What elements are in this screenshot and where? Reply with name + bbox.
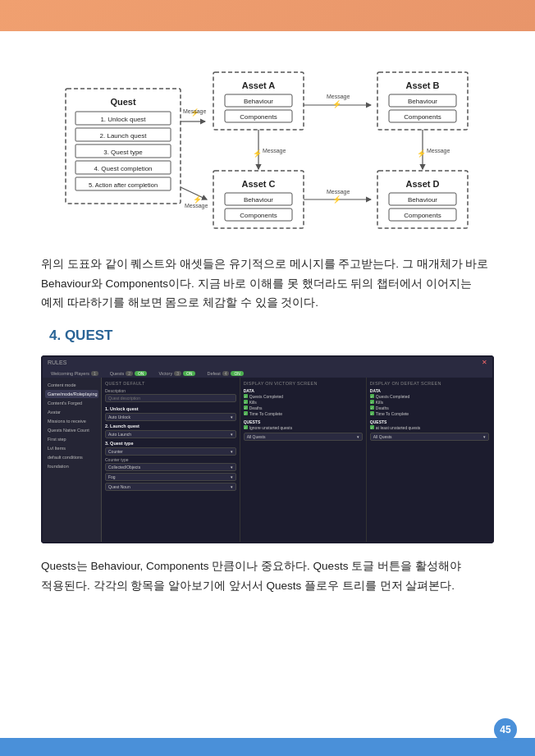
ss-d-label-1: Kills <box>376 400 383 405</box>
ss-d-checkbox-1[interactable]: ✓ <box>370 400 374 404</box>
ss-d-chevron: ▾ <box>483 434 486 439</box>
svg-text:Asset B: Asset B <box>406 80 440 90</box>
ss-tab-1-label: Quests <box>110 371 124 376</box>
ss-tab-0-num: 1 <box>91 371 98 376</box>
ss-sidebar-default-conditions[interactable]: default conditions <box>45 453 98 461</box>
content: Quest 1. Unlock quest 2. Launch quest 3.… <box>0 31 535 625</box>
ss-v-checkbox-3[interactable]: ✓ <box>244 411 248 415</box>
ss-tab-1-toggle[interactable]: ON <box>135 371 148 376</box>
ss-d-checkbox-unstarted[interactable]: ✓ <box>370 425 374 429</box>
ss-d-quests-dropdown[interactable]: All Quests ▾ <box>370 433 489 441</box>
svg-text:Behaviour: Behaviour <box>408 196 437 204</box>
ss-d-check-time: ✓ Time To Complete <box>370 411 489 416</box>
ss-quest-type-title: 3. Quest type <box>105 441 236 446</box>
svg-text:⚡: ⚡ <box>417 149 427 158</box>
ss-v-quests-val: All Quests <box>247 434 266 439</box>
ss-sidebar-content-mode[interactable]: Content mode <box>45 381 98 389</box>
ss-tab-3-num: 4 <box>222 371 230 376</box>
ss-col3-title: Display On Defeat Screen <box>370 381 489 386</box>
ss-launch-dropdown[interactable]: Auto Launch ▾ <box>105 430 236 438</box>
ss-sidebar-foundation[interactable]: foundation <box>45 462 98 470</box>
ss-quest-type-dropdown[interactable]: Counter ▾ <box>105 447 236 456</box>
ss-col2-quests-label: QUESTS <box>244 419 363 424</box>
screenshot-box: RULES ✕ Welcoming Players 1 Quests 2 ON <box>41 355 494 543</box>
ss-col2-data-label: DATA <box>244 388 363 393</box>
ss-sidebar-missions[interactable]: Missions to receive <box>45 417 98 425</box>
ss-tab-1[interactable]: Quests 2 ON <box>105 369 153 378</box>
svg-text:Behaviour: Behaviour <box>244 196 273 204</box>
svg-text:Behaviour: Behaviour <box>408 98 437 105</box>
ss-v-checkbox-0[interactable]: ✓ <box>244 394 248 398</box>
svg-text:Message: Message <box>263 148 286 154</box>
ss-quest-type-val: Counter <box>108 449 123 454</box>
ss-v-check-quests: ✓ Quests Completed <box>244 394 363 399</box>
ss-body: Content mode Game/mode/Roleplaying Conte… <box>43 378 492 542</box>
ss-quest-noun-chevron: ▾ <box>231 484 233 489</box>
ss-v-check-kills: ✓ Kills <box>244 400 363 405</box>
ss-counter-type-dropdown[interactable]: Collected/Objects ▾ <box>105 463 236 471</box>
svg-text:⚡: ⚡ <box>332 195 342 204</box>
ss-v-check-time: ✓ Time To Complete <box>244 411 363 416</box>
ss-v-label-0: Quests Completed <box>249 394 283 399</box>
ss-tab-2[interactable]: Victory 3 ON <box>153 369 200 378</box>
ss-unlock-chevron: ▾ <box>231 415 233 419</box>
svg-text:Message: Message <box>183 108 207 115</box>
svg-text:Message: Message <box>327 94 350 100</box>
ss-tab-3-toggle[interactable]: ON <box>231 371 244 376</box>
ss-counter-type-label: Counter type <box>105 457 236 462</box>
ss-v-label-2: Deaths <box>249 405 263 410</box>
ss-v-checkbox-unstarted[interactable]: ✓ <box>244 425 248 429</box>
svg-text:Components: Components <box>404 212 441 219</box>
ss-sidebar-first-step[interactable]: First step <box>45 435 98 443</box>
ss-d-checkbox-3[interactable]: ✓ <box>370 411 374 415</box>
svg-text:Behaviour: Behaviour <box>244 98 273 105</box>
top-bar <box>0 0 535 31</box>
svg-text:2. Launch quest: 2. Launch quest <box>100 132 148 140</box>
ss-col1-desc-input[interactable] <box>105 394 236 402</box>
ss-tab-2-label: Victory <box>158 371 172 376</box>
ss-v-checkbox-2[interactable]: ✓ <box>244 405 248 410</box>
bottom-bar <box>0 738 535 756</box>
ss-d-check-kills: ✓ Kills <box>370 400 489 405</box>
ss-fog-val: Fog <box>108 474 116 479</box>
ss-v-chevron: ▾ <box>357 434 359 439</box>
ss-fog-dropdown[interactable]: Fog ▾ <box>105 473 236 481</box>
paragraph-1: 위의 도표와 같이 퀘스트와 애셋들은 유기적으로 메시지를 주고받는다. 그 … <box>41 254 494 313</box>
ss-main: QUEST DEFAULT Description 1. Unlock ques… <box>102 378 492 542</box>
ss-d-checkbox-2[interactable]: ✓ <box>370 405 374 410</box>
ss-v-unstarted-label: Ignore unstarted quests <box>249 425 293 430</box>
ss-tab-0-label: Welcoming Players <box>51 371 89 376</box>
ss-d-check-unstarted: ✓ at least unstarted quests <box>370 425 489 430</box>
ss-sidebar: Content mode Game/mode/Roleplaying Conte… <box>43 378 102 542</box>
ss-tabs: Welcoming Players 1 Quests 2 ON Victory … <box>43 368 492 378</box>
svg-text:Quest: Quest <box>110 97 136 107</box>
ss-tab-2-num: 3 <box>174 371 181 376</box>
ss-sidebar-quests-count[interactable]: Quests Native Count <box>45 426 98 434</box>
ss-tab-2-toggle[interactable]: ON <box>183 371 196 376</box>
diagram-svg: Quest 1. Unlock quest 2. Launch quest 3.… <box>41 48 494 236</box>
svg-text:⚡: ⚡ <box>253 149 263 158</box>
ss-d-unstarted-label: at least unstarted quests <box>376 425 420 430</box>
ss-sidebar-lvl-items[interactable]: Lvl Items <box>45 444 98 452</box>
ss-sidebar-avatar[interactable]: Avatar <box>45 408 98 416</box>
ss-tab-3[interactable]: Defeat 4 ON <box>202 369 249 378</box>
ss-v-quests-dropdown[interactable]: All Quests ▾ <box>244 433 363 441</box>
ss-sidebar-game-mode[interactable]: Game/mode/Roleplaying <box>45 390 98 398</box>
ss-quest-noun-dropdown[interactable]: Quest Noun ▾ <box>105 483 236 491</box>
ss-d-checkbox-0[interactable]: ✓ <box>370 394 374 398</box>
svg-text:3. Quest type: 3. Quest type <box>103 149 143 156</box>
diagram-area: Quest 1. Unlock quest 2. Launch quest 3.… <box>41 48 494 240</box>
ss-d-label-2: Deaths <box>376 405 389 410</box>
ss-counter-type-chevron: ▾ <box>231 465 233 470</box>
ss-close-btn[interactable]: ✕ <box>482 359 487 366</box>
svg-text:Asset C: Asset C <box>242 179 276 189</box>
ss-v-label-1: Kills <box>249 400 257 405</box>
svg-text:Components: Components <box>404 113 441 121</box>
ss-sidebar-content-forged[interactable]: Content's Forged <box>45 399 98 407</box>
ss-quest-noun-val: Quest Noun <box>108 484 130 489</box>
ss-d-quests-val: All Quests <box>373 434 392 439</box>
ss-v-checkbox-1[interactable]: ✓ <box>244 400 248 404</box>
ss-title: RULES <box>48 360 66 365</box>
ss-tab-0[interactable]: Welcoming Players 1 <box>46 369 103 378</box>
ss-unlock-dropdown[interactable]: Auto Unlock ▾ <box>105 413 236 421</box>
